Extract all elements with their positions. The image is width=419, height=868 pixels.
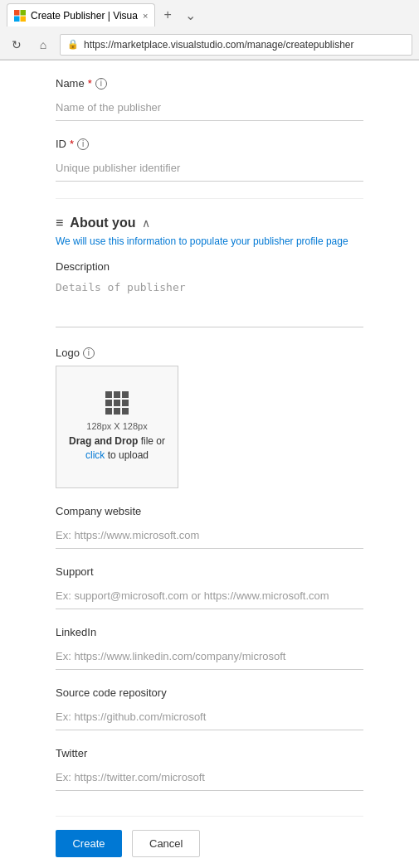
company-field-group: Company website — [56, 505, 363, 549]
linkedin-label: LinkedIn — [56, 626, 363, 638]
svg-rect-1 — [21, 10, 27, 16]
tab-close-button[interactable]: × — [143, 11, 148, 21]
logo-grid-icon — [105, 391, 129, 415]
name-input[interactable] — [56, 95, 363, 121]
twitter-label: Twitter — [56, 747, 363, 759]
source-field-group: Source code repository — [56, 686, 363, 730]
logo-click-link[interactable]: click — [85, 449, 105, 461]
about-section-subtitle: We will use this information to populate… — [56, 235, 363, 247]
section-divider — [56, 198, 363, 199]
id-input[interactable] — [56, 155, 363, 182]
svg-rect-2 — [14, 16, 20, 22]
support-input[interactable] — [56, 583, 363, 609]
logo-drag-label: Drag and Drop — [69, 435, 138, 447]
support-field-group: Support — [56, 565, 363, 609]
tab-favicon — [14, 10, 26, 22]
source-input[interactable] — [56, 704, 363, 730]
svg-rect-0 — [14, 10, 20, 16]
button-row: Create Cancel — [56, 816, 363, 857]
twitter-input[interactable] — [56, 764, 363, 791]
logo-upload-area[interactable]: 128px X 128px Drag and Drop file or clic… — [56, 366, 178, 488]
id-field-group: ID * i — [56, 138, 363, 182]
logo-file-label: file or — [138, 435, 165, 447]
name-info-icon[interactable]: i — [95, 78, 107, 90]
lock-icon: 🔒 — [67, 39, 79, 50]
page-content: Name * i ID * i ≡ About you ∧ We will us… — [0, 61, 419, 868]
url-text: https://marketplace.visualstudio.com/man… — [84, 39, 354, 51]
description-input[interactable] — [56, 278, 363, 327]
cancel-button[interactable]: Cancel — [132, 830, 200, 857]
about-section-header: ≡ About you ∧ — [56, 216, 363, 230]
tab-bar: Create Publisher | Visua × + ⌄ — [0, 0, 419, 30]
twitter-field-group: Twitter — [56, 747, 363, 791]
svg-rect-3 — [21, 16, 27, 22]
tab-list-button[interactable]: ⌄ — [180, 7, 201, 23]
logo-drag-text: Drag and Drop file or click to upload — [69, 434, 165, 463]
url-box[interactable]: 🔒 https://marketplace.visualstudio.com/m… — [60, 34, 412, 56]
logo-info-icon[interactable]: i — [83, 347, 95, 359]
about-collapse-icon[interactable]: ∧ — [142, 216, 150, 230]
description-field-group: Description — [56, 260, 363, 330]
name-label: Name * i — [56, 77, 363, 90]
active-tab: Create Publisher | Visua × — [7, 3, 155, 27]
linkedin-input[interactable] — [56, 643, 363, 670]
refresh-button[interactable]: ↻ — [7, 35, 27, 55]
browser-chrome: Create Publisher | Visua × + ⌄ ↻ ⌂ 🔒 htt… — [0, 0, 419, 61]
id-label: ID * i — [56, 138, 363, 150]
id-required-star: * — [70, 138, 74, 150]
about-section-title: About you — [70, 216, 135, 230]
create-button[interactable]: Create — [56, 830, 122, 857]
logo-size-text: 128px X 128px — [86, 421, 147, 431]
about-section-icon: ≡ — [56, 216, 63, 230]
address-bar: ↻ ⌂ 🔒 https://marketplace.visualstudio.c… — [0, 30, 419, 60]
description-label: Description — [56, 260, 363, 273]
new-tab-button[interactable]: + — [158, 7, 176, 22]
home-button[interactable]: ⌂ — [33, 35, 53, 55]
logo-label: Logo i — [56, 347, 363, 359]
logo-field-group: Logo i 128px X 128px Drag and Drop file … — [56, 347, 363, 488]
logo-upload-label: to upload — [105, 449, 149, 461]
company-label: Company website — [56, 505, 363, 517]
source-label: Source code repository — [56, 686, 363, 699]
name-required-star: * — [88, 77, 92, 90]
linkedin-field-group: LinkedIn — [56, 626, 363, 670]
tab-title: Create Publisher | Visua — [31, 10, 138, 22]
company-input[interactable] — [56, 522, 363, 549]
id-info-icon[interactable]: i — [77, 138, 89, 150]
support-label: Support — [56, 565, 363, 578]
name-field-group: Name * i — [56, 77, 363, 121]
